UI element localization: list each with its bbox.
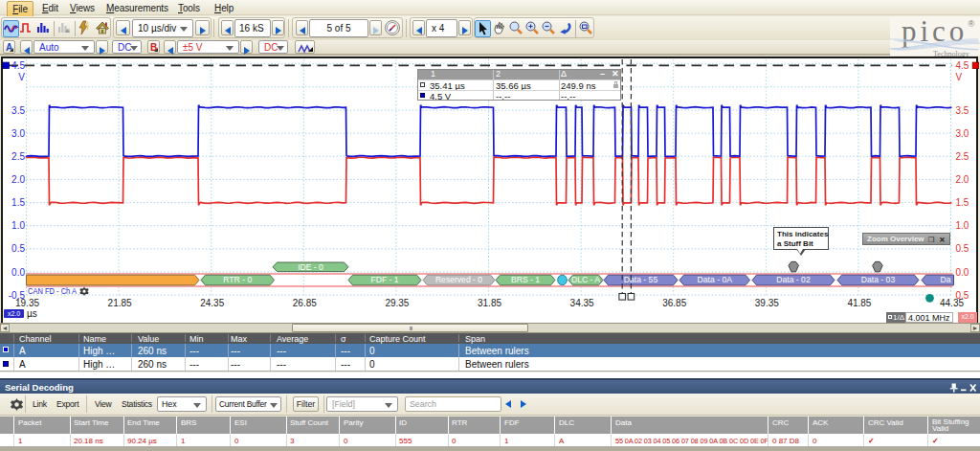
svg-text:21.85: 21.85 [108,298,132,308]
svg-text:RTR - 0: RTR - 0 [223,275,252,284]
svg-text:41.85: 41.85 [847,298,871,308]
svg-text:DLC - A: DLC - A [571,275,600,284]
svg-text:1.5: 1.5 [956,197,969,208]
svg-text:BRS - 1: BRS - 1 [511,275,540,284]
svg-text:1.0: 1.0 [956,220,969,231]
svg-text:V: V [18,72,25,82]
svg-text:36.85: 36.85 [662,298,686,308]
svg-text:3.0: 3.0 [11,128,25,139]
svg-text:3.5: 3.5 [956,105,969,116]
svg-text:26.85: 26.85 [293,298,317,308]
svg-text:CAN FD - Ch A: CAN FD - Ch A [28,286,77,296]
svg-text:3.0: 3.0 [956,128,969,139]
svg-text:Reserved - 0: Reserved - 0 [435,275,482,284]
svg-text:2.5: 2.5 [956,151,969,162]
svg-text:2.0: 2.0 [11,174,25,185]
svg-text:2.5: 2.5 [11,151,25,162]
svg-text:1.0: 1.0 [11,220,25,231]
svg-text:4.5: 4.5 [956,60,969,71]
svg-text:0.0: 0.0 [11,267,25,278]
svg-text:FDF - 1: FDF - 1 [370,275,398,284]
svg-text:0.5: 0.5 [956,243,969,254]
svg-text:34.35: 34.35 [570,298,594,308]
svg-text:IDE - 0: IDE - 0 [298,262,323,272]
svg-text:Data - 03: Data - 03 [861,275,896,284]
svg-text:39.35: 39.35 [755,298,779,308]
svg-text:0.5: 0.5 [11,243,25,254]
svg-text:24.35: 24.35 [200,298,224,308]
svg-text:0.0: 0.0 [956,267,969,278]
svg-text:2.0: 2.0 [956,174,969,185]
svg-text:29.35: 29.35 [385,298,409,308]
svg-text:Da: Da [941,275,951,284]
svg-text:4.5: 4.5 [11,60,25,71]
svg-text:1.5: 1.5 [11,197,25,208]
svg-text:V: V [956,72,963,82]
svg-text:Data - 02: Data - 02 [776,275,811,284]
svg-text:31.85: 31.85 [478,298,501,308]
svg-text:-0.5: -0.5 [9,290,26,301]
svg-text:0.5: 0.5 [956,290,969,301]
svg-text:Data - 55: Data - 55 [624,275,658,284]
svg-text:Data - 0A: Data - 0A [698,275,733,284]
svg-text:3.5: 3.5 [11,105,25,116]
